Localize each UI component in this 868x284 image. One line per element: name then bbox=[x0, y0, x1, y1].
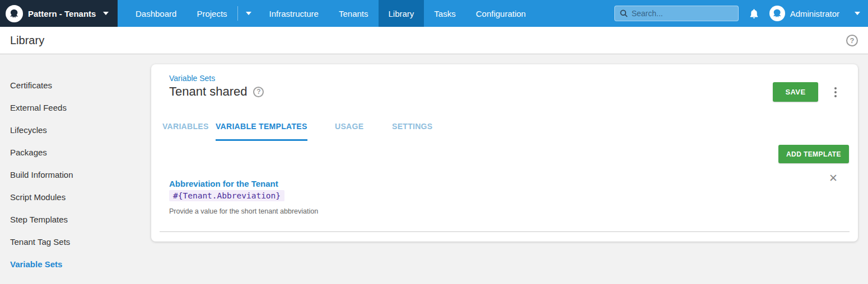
template-name-link[interactable]: Abbreviation for the Tenant bbox=[169, 179, 278, 188]
sidebar-item-external-feeds[interactable]: External Feeds bbox=[0, 97, 151, 119]
notifications-bell-icon[interactable] bbox=[748, 7, 760, 20]
chevron-down-icon bbox=[103, 12, 109, 15]
page-title: Library bbox=[10, 34, 44, 47]
sidebar-item-packages[interactable]: Packages bbox=[0, 141, 151, 164]
sidebar-item-lifecycles[interactable]: Lifecycles bbox=[0, 119, 151, 141]
help-circle-icon[interactable]: ? bbox=[846, 35, 858, 46]
library-sidebar: Certificates External Feeds Lifecycles P… bbox=[0, 74, 151, 276]
chevron-down-icon bbox=[855, 12, 860, 15]
content-area: Certificates External Feeds Lifecycles P… bbox=[0, 54, 868, 283]
nav-item-configuration[interactable]: Configuration bbox=[466, 0, 536, 27]
variable-set-card: Variable Sets Tenant shared ? SAVE VARIA… bbox=[151, 64, 858, 242]
nav-item-infrastructure[interactable]: Infrastructure bbox=[259, 0, 329, 27]
title-help-icon[interactable]: ? bbox=[253, 87, 264, 97]
nav-item-tenants[interactable]: Tenants bbox=[329, 0, 379, 27]
avatar bbox=[769, 6, 785, 21]
sidebar-item-certificates[interactable]: Certificates bbox=[0, 74, 151, 97]
user-name: Administrator bbox=[790, 9, 839, 18]
sidebar-item-script-modules[interactable]: Script Modules bbox=[0, 186, 151, 209]
template-close-icon[interactable]: ✕ bbox=[829, 173, 838, 183]
tab-usage[interactable]: USAGE bbox=[335, 122, 363, 139]
search-input[interactable] bbox=[632, 9, 734, 18]
page-header: Library ? bbox=[0, 27, 868, 54]
projects-dropdown-caret[interactable] bbox=[238, 0, 259, 27]
overflow-menu-icon[interactable] bbox=[830, 87, 841, 98]
primary-nav: Dashboard Projects Infrastructure Tenant… bbox=[125, 0, 536, 27]
variable-set-title: Tenant shared bbox=[169, 84, 247, 99]
nav-item-dashboard[interactable]: Dashboard bbox=[125, 0, 186, 27]
search-icon bbox=[619, 9, 628, 18]
sidebar-item-build-information[interactable]: Build Information bbox=[0, 164, 151, 186]
space-label: Pattern - Tenants bbox=[28, 9, 96, 18]
tab-variables[interactable]: VARIABLES bbox=[162, 122, 209, 139]
nav-item-projects[interactable]: Projects bbox=[186, 0, 237, 27]
chevron-down-icon bbox=[246, 12, 251, 15]
space-switcher[interactable]: Pattern - Tenants bbox=[0, 0, 118, 27]
add-template-button[interactable]: ADD TEMPLATE bbox=[778, 145, 849, 163]
nav-item-library[interactable]: Library bbox=[379, 0, 424, 27]
save-button[interactable]: SAVE bbox=[773, 82, 818, 102]
sidebar-item-tenant-tag-sets[interactable]: Tenant Tag Sets bbox=[0, 231, 151, 253]
global-search[interactable] bbox=[614, 6, 739, 21]
tab-settings[interactable]: SETTINGS bbox=[392, 122, 432, 139]
nav-item-tasks[interactable]: Tasks bbox=[424, 0, 465, 27]
top-navigation: Pattern - Tenants Dashboard Projects Inf… bbox=[0, 0, 868, 27]
template-divider bbox=[160, 231, 850, 232]
breadcrumb[interactable]: Variable Sets bbox=[169, 74, 215, 83]
tab-variable-templates[interactable]: VARIABLE TEMPLATES bbox=[216, 122, 307, 141]
template-variable-binding: #{Tenant.Abbreviation} bbox=[169, 190, 284, 201]
topnav-right: Administrator bbox=[614, 0, 868, 27]
card-title-row: Tenant shared ? bbox=[169, 84, 264, 99]
sidebar-item-variable-sets[interactable]: Variable Sets bbox=[0, 253, 151, 276]
octopus-logo-icon bbox=[6, 5, 23, 22]
sidebar-item-step-templates[interactable]: Step Templates bbox=[0, 209, 151, 231]
template-description: Provide a value for the short tenant abb… bbox=[169, 207, 318, 215]
user-menu[interactable]: Administrator bbox=[769, 6, 860, 21]
